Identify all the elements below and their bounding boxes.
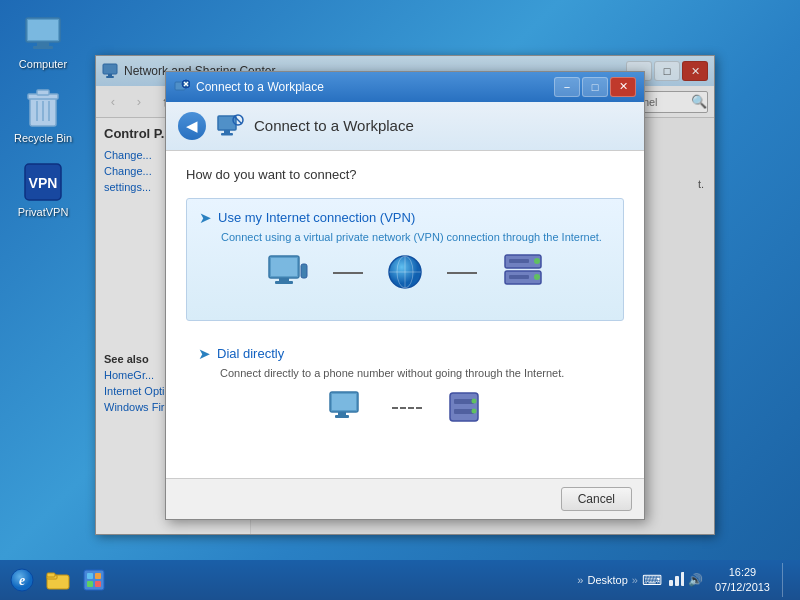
svg-rect-53: [84, 570, 104, 590]
vpn-icon-label: PrivatVPN: [18, 206, 69, 218]
svg-rect-28: [301, 264, 307, 278]
svg-point-35: [534, 258, 540, 264]
svg-rect-60: [681, 572, 684, 586]
dial-monitor-icon: [328, 390, 368, 427]
taskbar-start-area: e: [4, 562, 112, 598]
dialog-header: ◀ Connect to a Workplace: [166, 102, 644, 151]
desktop-icon-computer[interactable]: Computer: [8, 10, 78, 74]
network-icon[interactable]: [666, 572, 684, 589]
server-icon: [501, 253, 545, 294]
desktop-icons: Computer Recycle Bin VPN: [8, 10, 78, 222]
ie-taskbar-button[interactable]: e: [4, 562, 40, 598]
folder-taskbar-button[interactable]: [40, 562, 76, 598]
systray-sep: »: [632, 574, 638, 586]
svg-rect-54: [87, 573, 93, 579]
svg-rect-27: [275, 281, 293, 284]
dial-option[interactable]: ➤ Dial directly Connect directly to a ph…: [186, 335, 624, 454]
dialog-header-title: Connect to a Workplace: [254, 117, 414, 134]
svg-text:VPN: VPN: [29, 175, 58, 191]
vpn-illustration: [199, 253, 611, 294]
computer-icon-label: Computer: [19, 58, 67, 70]
dial-option-title-row: ➤ Dial directly: [198, 345, 612, 363]
connection-line-2: [447, 272, 477, 274]
vpn-option-arrow-icon: ➤: [199, 209, 212, 227]
svg-rect-58: [669, 580, 673, 586]
dialog-overlay: Connect to a Workplace − □ ✕ ◀: [96, 56, 714, 534]
svg-rect-1: [28, 20, 58, 40]
dialog-footer: Cancel: [166, 478, 644, 519]
desktop-icon-vpn[interactable]: VPN PrivatVPN: [8, 158, 78, 222]
svg-rect-44: [454, 399, 474, 404]
dial-option-desc: Connect directly to a phone number witho…: [220, 367, 612, 379]
globe-icon: [387, 254, 423, 293]
svg-rect-3: [33, 46, 53, 49]
taskbar-clock[interactable]: 16:29 07/12/2013: [707, 565, 778, 596]
svg-rect-6: [37, 90, 49, 95]
speaker-icon[interactable]: 🔊: [688, 573, 703, 587]
dial-illustration: [198, 389, 612, 428]
clock-time: 16:29: [715, 565, 770, 580]
control-panel-taskbar-button[interactable]: [76, 562, 112, 598]
dial-connection-line: [392, 407, 422, 409]
recycle-bin-label: Recycle Bin: [14, 132, 72, 144]
vpn-icon: VPN: [23, 162, 63, 202]
dialog-minimize-btn[interactable]: −: [554, 77, 580, 97]
connect-to-workplace-dialog: Connect to a Workplace − □ ✕ ◀: [165, 71, 645, 520]
svg-rect-21: [221, 133, 233, 136]
vpn-option-desc: Connect using a virtual private network …: [221, 231, 611, 243]
cancel-button[interactable]: Cancel: [561, 487, 632, 511]
svg-rect-25: [271, 258, 297, 276]
dialog-question: How do you want to connect?: [186, 167, 624, 182]
svg-rect-55: [95, 573, 101, 579]
dial-server-icon: [446, 389, 482, 428]
taskbar: e: [0, 560, 800, 600]
show-desktop-button[interactable]: [782, 563, 796, 597]
vpn-option-title[interactable]: Use my Internet connection (VPN): [218, 210, 415, 225]
svg-rect-59: [675, 576, 679, 586]
svg-rect-40: [332, 394, 356, 410]
svg-rect-57: [95, 581, 101, 587]
computer-icon: [23, 14, 63, 54]
svg-text:e: e: [19, 573, 25, 588]
dialog-title-icon: [174, 79, 190, 95]
dial-option-arrow-icon: ➤: [198, 345, 211, 363]
keyboard-icon[interactable]: ⌨: [642, 572, 662, 588]
desktop-label: Desktop: [587, 574, 627, 586]
svg-point-47: [472, 408, 477, 413]
taskbar-systray: » Desktop » ⌨ 🔊 16:29 07/12/2013: [577, 565, 778, 596]
network-sharing-window: Network and Sharing Center − □ ✕ ‹ › ↑ ⊞…: [95, 55, 715, 535]
show-hidden-icons-button[interactable]: »: [577, 574, 583, 586]
clock-date: 07/12/2013: [715, 580, 770, 595]
svg-rect-43: [450, 393, 478, 421]
dialog-back-button[interactable]: ◀: [178, 112, 206, 140]
desktop-icon-recycle[interactable]: Recycle Bin: [8, 84, 78, 148]
desktop: Computer Recycle Bin VPN: [0, 0, 800, 600]
dialog-header-icon: [216, 112, 244, 140]
recycle-bin-icon: [23, 88, 63, 128]
svg-rect-56: [87, 581, 93, 587]
monitor-icon: [265, 254, 309, 293]
svg-rect-42: [335, 415, 349, 418]
dialog-close-btn[interactable]: ✕: [610, 77, 636, 97]
svg-point-36: [534, 274, 540, 280]
svg-rect-37: [509, 259, 529, 263]
back-arrow-icon: ◀: [186, 117, 198, 135]
dialog-title-text: Connect to a Workplace: [196, 80, 554, 94]
dialog-titlebar: Connect to a Workplace − □ ✕: [166, 72, 644, 102]
svg-rect-52: [47, 573, 55, 577]
dialog-restore-btn[interactable]: □: [582, 77, 608, 97]
svg-point-46: [472, 398, 477, 403]
svg-rect-38: [509, 275, 529, 279]
connection-line-1: [333, 272, 363, 274]
svg-rect-2: [37, 42, 49, 46]
dialog-body: How do you want to connect? ➤ Use my Int…: [166, 151, 644, 478]
svg-rect-45: [454, 409, 474, 414]
dial-option-title[interactable]: Dial directly: [217, 346, 284, 361]
dialog-controls: − □ ✕: [554, 77, 636, 97]
vpn-option[interactable]: ➤ Use my Internet connection (VPN) Conne…: [186, 198, 624, 321]
vpn-option-title-row: ➤ Use my Internet connection (VPN): [199, 209, 611, 227]
